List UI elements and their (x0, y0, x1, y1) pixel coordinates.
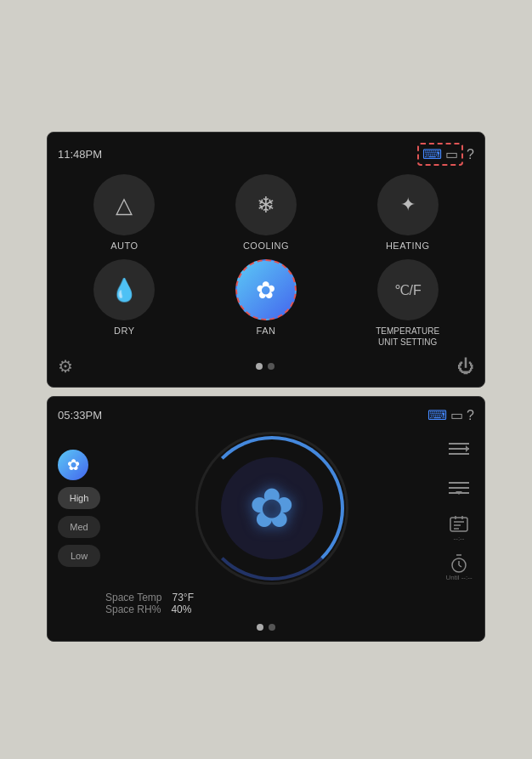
mode-temp-unit[interactable]: ℃/F TEMPERATUREUNIT SETTING (341, 259, 474, 348)
mode-auto[interactable]: △ AUTO (58, 174, 191, 251)
swing-vertical-icon[interactable] (444, 473, 474, 504)
bottom-header-icons: ⌨ ▭ ? (427, 407, 474, 423)
svg-marker-3 (466, 445, 469, 452)
heating-icon: ✦ (400, 194, 416, 216)
speed-high-btn[interactable]: High (58, 487, 100, 509)
mode-auto-label: AUTO (110, 241, 138, 251)
timer-label: Until --:-- (445, 574, 472, 581)
mode-dry[interactable]: 💧 DRY (58, 259, 191, 348)
swing-horizontal-icon[interactable] (444, 434, 474, 465)
wifi-icon-bottom: ⌨ (427, 407, 447, 423)
speed-low-btn[interactable]: Low (58, 545, 100, 567)
fan-center: ✿ (221, 457, 323, 559)
mode-cooling-label: COOLING (243, 241, 289, 251)
schedule-icon[interactable]: --:-- (444, 513, 474, 543)
sensor-rh-line: Space RH% 40% (105, 603, 474, 615)
mode-fan-label: FAN (257, 326, 276, 336)
space-temp-value: 73°F (173, 592, 194, 603)
mode-heating-label: HEATING (386, 241, 430, 251)
top-header-icons: ⌨ ▭ ? (417, 143, 474, 166)
fan-mode-icon: ✿ (256, 276, 275, 304)
schedule-label: --:-- (454, 535, 465, 542)
help-icon[interactable]: ? (467, 147, 474, 162)
bottom-panel-header: 05:33PM ⌨ ▭ ? (58, 407, 474, 423)
mode-dry-circle[interactable]: 💧 (93, 259, 155, 320)
auto-icon: △ (116, 192, 133, 218)
sensor-info: Space Temp 73°F Space RH% 40% (58, 592, 474, 615)
fan-active-icon[interactable]: ✿ (58, 450, 88, 480)
settings-icon[interactable]: ⚙ (58, 356, 73, 377)
right-controls: --:-- Until --:-- (444, 434, 474, 582)
bottom-panel-footer (58, 624, 474, 631)
svg-line-16 (459, 565, 461, 567)
wifi-icon: ⌨ (422, 146, 442, 162)
mode-heating[interactable]: ✦ HEATING (341, 174, 474, 251)
top-dots (256, 363, 274, 370)
cooling-icon: ❄ (257, 192, 275, 218)
fan-spinner: ✿ (195, 432, 348, 585)
dot-2 (268, 363, 274, 370)
bottom-dot-1 (257, 624, 263, 631)
bottom-dots (257, 624, 275, 631)
space-rh-value: 40% (171, 603, 191, 615)
mode-temp-unit-label: TEMPERATUREUNIT SETTING (376, 326, 439, 348)
sensor-temp-line: Space Temp 73°F (105, 592, 474, 603)
bottom-dot-2 (269, 624, 275, 631)
fan-content: ✿ High Med Low ✿ (58, 432, 474, 585)
screen-icon: ▭ (445, 146, 458, 162)
mode-auto-circle[interactable]: △ (93, 174, 155, 235)
mode-fan[interactable]: ✿ FAN (200, 259, 333, 348)
icon-box-dashed: ⌨ ▭ (417, 143, 463, 166)
mode-fan-circle[interactable]: ✿ (235, 259, 297, 320)
mode-temp-unit-circle[interactable]: ℃/F (377, 259, 439, 320)
mode-cooling-circle[interactable]: ❄ (235, 174, 297, 235)
speed-med-btn[interactable]: Med (58, 516, 100, 538)
mode-heating-circle[interactable]: ✦ (377, 174, 439, 235)
timer-icon[interactable]: Until --:-- (444, 552, 474, 582)
top-panel-header: 11:48PM ⌨ ▭ ? (58, 143, 474, 166)
speed-controls: ✿ High Med Low (58, 450, 100, 567)
dry-icon: 💧 (110, 277, 138, 303)
bottom-panel: 05:33PM ⌨ ▭ ? ✿ High Med Low ✿ (47, 396, 485, 642)
space-temp-label: Space Temp (105, 592, 162, 603)
top-panel-footer: ⚙ ⏻ (58, 356, 474, 377)
help-icon-bottom[interactable]: ? (467, 408, 474, 423)
space-rh-label: Space RH% (105, 603, 161, 615)
top-time: 11:48PM (58, 148, 102, 161)
screen-icon-bottom: ▭ (450, 407, 463, 423)
temp-unit-icon: ℃/F (394, 282, 422, 298)
bottom-time: 05:33PM (58, 409, 102, 422)
dot-1 (256, 363, 263, 370)
mode-dry-label: DRY (114, 326, 135, 336)
fan-blades-icon: ✿ (249, 481, 295, 535)
mode-grid: △ AUTO ❄ COOLING ✦ HEATING 💧 DRY (58, 174, 474, 348)
top-panel: 11:48PM ⌨ ▭ ? △ AUTO ❄ COOLING ✦ (47, 132, 485, 388)
power-icon[interactable]: ⏻ (457, 357, 474, 377)
mode-cooling[interactable]: ❄ COOLING (200, 174, 333, 251)
